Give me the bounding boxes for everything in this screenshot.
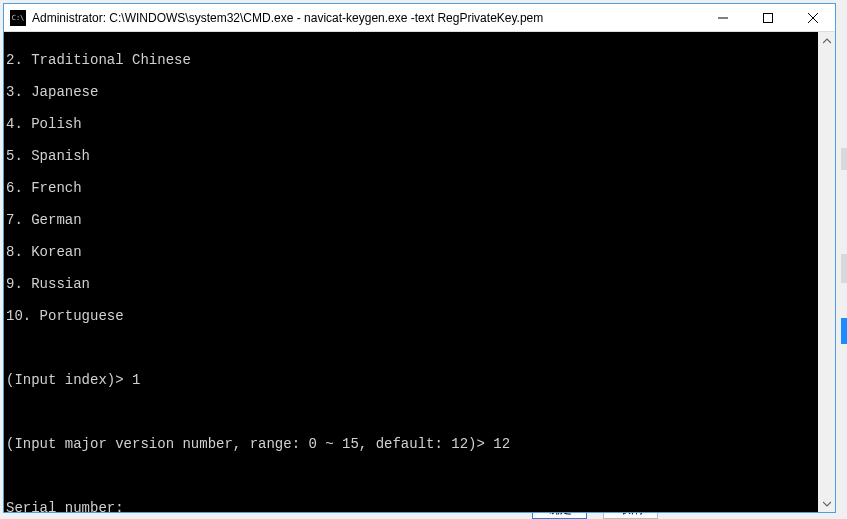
lang-option: 7. German <box>6 212 816 228</box>
lang-option: 3. Japanese <box>6 84 816 100</box>
close-icon <box>808 13 818 23</box>
lang-option: 5. Spanish <box>6 148 816 164</box>
lang-option: 10. Portuguese <box>6 308 816 324</box>
background-panel-fragment-1 <box>841 148 847 170</box>
lang-option: 6. French <box>6 180 816 196</box>
window-controls <box>700 4 835 31</box>
lang-option: 9. Russian <box>6 276 816 292</box>
client-area: 2. Traditional Chinese 3. Japanese 4. Po… <box>4 32 835 512</box>
scrollbar-down-button[interactable] <box>818 495 835 512</box>
cmd-window: Administrator: C:\WINDOWS\system32\CMD.e… <box>3 3 836 513</box>
minimize-icon <box>718 13 728 23</box>
background-blue-accent <box>841 318 847 344</box>
input-index-prompt: (Input index)> <box>6 372 132 388</box>
serial-label: Serial number: <box>6 500 816 512</box>
lang-option: 2. Traditional Chinese <box>6 52 816 68</box>
input-major-value: 12 <box>493 436 510 452</box>
blank-line <box>6 340 816 356</box>
lang-option: 4. Polish <box>6 116 816 132</box>
vertical-scrollbar[interactable] <box>818 32 835 512</box>
input-index-value: 1 <box>132 372 140 388</box>
chevron-up-icon <box>823 37 831 45</box>
input-major-prompt: (Input major version number, range: 0 ~ … <box>6 436 493 452</box>
cmd-icon <box>10 10 26 26</box>
input-major-line: (Input major version number, range: 0 ~ … <box>6 436 816 452</box>
svg-rect-1 <box>763 14 772 23</box>
input-index-line: (Input index)> 1 <box>6 372 816 388</box>
blank-line <box>6 468 816 484</box>
window-title: Administrator: C:\WINDOWS\system32\CMD.e… <box>32 11 700 25</box>
console-output[interactable]: 2. Traditional Chinese 3. Japanese 4. Po… <box>4 32 818 512</box>
close-button[interactable] <box>790 4 835 32</box>
maximize-button[interactable] <box>745 4 790 32</box>
titlebar[interactable]: Administrator: C:\WINDOWS\system32\CMD.e… <box>4 4 835 32</box>
minimize-button[interactable] <box>700 4 745 32</box>
chevron-down-icon <box>823 500 831 508</box>
maximize-icon <box>763 13 773 23</box>
lang-option: 8. Korean <box>6 244 816 260</box>
background-panel-fragment-2 <box>841 254 847 283</box>
blank-line <box>6 404 816 420</box>
scrollbar-up-button[interactable] <box>818 32 835 49</box>
